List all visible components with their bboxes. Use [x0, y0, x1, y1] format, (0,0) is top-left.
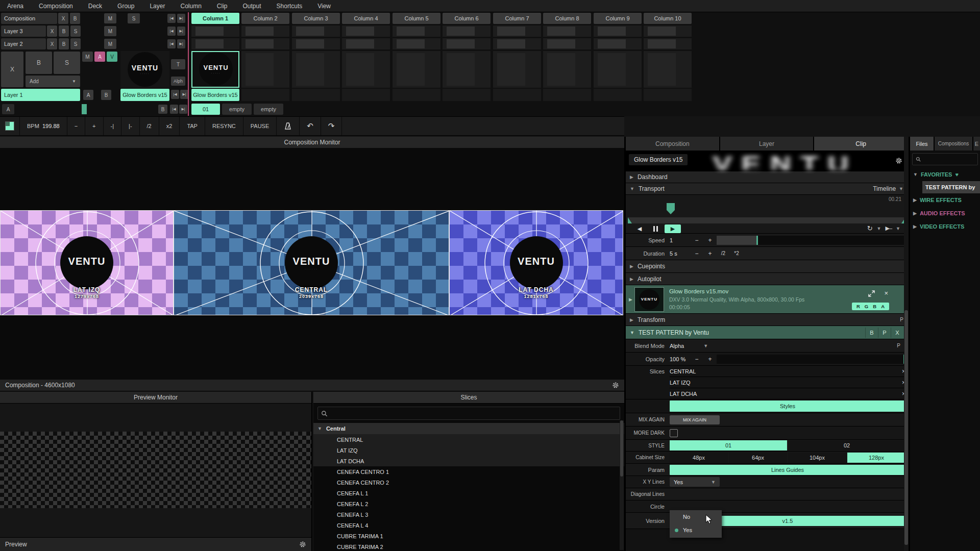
column-7-header[interactable]: Column 7: [493, 13, 541, 24]
play-backward-button[interactable]: ◀: [633, 225, 646, 233]
slice-item-lat-dcha[interactable]: LAT DCHA: [313, 456, 624, 466]
style-option-01[interactable]: 01: [670, 440, 787, 450]
slice-item[interactable]: CENEFA L 4: [313, 520, 624, 531]
tab-layer[interactable]: Layer: [720, 137, 814, 151]
opacity-value[interactable]: 100 %: [670, 356, 690, 362]
slice-group-central[interactable]: ▼ Central: [313, 423, 624, 434]
column-2-header[interactable]: Column 2: [241, 13, 289, 24]
clip-cell[interactable]: [241, 38, 289, 49]
menu-view[interactable]: View: [317, 3, 331, 10]
slice-item-central[interactable]: CENTRAL: [313, 434, 624, 445]
layer1-crossfader-a-button[interactable]: A: [83, 90, 93, 100]
layer1-blend-dropdown[interactable]: Add ▼: [26, 76, 80, 87]
pause-button[interactable]: PAUSE: [243, 117, 277, 135]
tab-files[interactable]: Files: [910, 137, 934, 151]
clip-cell[interactable]: [594, 38, 642, 49]
composition-prev-column-button[interactable]: |◀: [167, 14, 176, 23]
layer1-clear-button[interactable]: X: [1, 52, 23, 87]
layer3-prev-clip-button[interactable]: |◀: [167, 27, 176, 36]
effect-header-test-pattern[interactable]: ▼ TEST PATTERN by Ventu B P X: [626, 326, 908, 339]
clip-cell[interactable]: [292, 38, 340, 49]
menu-arena[interactable]: Arena: [7, 3, 23, 10]
slice-item[interactable]: CENEFA L 2: [313, 498, 624, 509]
column-3-header[interactable]: Column 3: [292, 13, 340, 24]
layer3-solo-button[interactable]: S: [70, 26, 81, 37]
slice-assignment-row[interactable]: LAT DCHA×: [670, 388, 905, 399]
section-transform[interactable]: ▶ Transform P: [626, 314, 908, 326]
slice-item-lat-izq[interactable]: LAT IZQ: [313, 445, 624, 456]
beat-nudge-back-button[interactable]: -|: [104, 117, 122, 135]
menu-group[interactable]: Group: [117, 3, 134, 10]
more-dark-checkbox[interactable]: [670, 429, 678, 437]
layer2-prev-clip-button[interactable]: |◀: [167, 39, 176, 48]
clip-label-cell[interactable]: [644, 89, 692, 101]
composition-speed-fader[interactable]: S: [128, 13, 140, 23]
menu-column[interactable]: Column: [180, 3, 201, 10]
browser-favorites[interactable]: ▼ FAVORITES ♥: [910, 168, 980, 181]
tab-clip[interactable]: Clip: [814, 137, 908, 151]
crossfader-position[interactable]: [82, 104, 87, 114]
bpm-half-button[interactable]: /2: [140, 117, 159, 135]
layer1-solo-button[interactable]: S: [54, 52, 80, 74]
layer3-next-clip-button[interactable]: ▶|: [177, 27, 185, 36]
composition-master-fader[interactable]: M: [104, 13, 116, 23]
menu-deck[interactable]: Deck: [88, 3, 102, 10]
browser-video-effects[interactable]: ▶ VIDEO EFFECTS: [910, 220, 980, 233]
composition-bypass-button[interactable]: B: [70, 13, 80, 24]
duration-value[interactable]: 5 s: [670, 251, 690, 257]
section-autopilot[interactable]: ▶ Autopilot: [626, 273, 908, 285]
transform-presets-button[interactable]: P: [900, 317, 903, 322]
transport-mode-dropdown[interactable]: Timeline ▼: [873, 185, 903, 192]
bpm-double-button[interactable]: x2: [159, 117, 180, 135]
browser-audio-effects[interactable]: ▶ AUDIO EFFECTS: [910, 207, 980, 220]
style-option-02[interactable]: 02: [788, 440, 905, 450]
favorite-test-pattern-item[interactable]: TEST PATTERN by: [922, 181, 980, 193]
loop-mode-icon[interactable]: ↻: [867, 224, 873, 232]
column-6-header[interactable]: Column 6: [443, 13, 491, 24]
channel-a[interactable]: A: [881, 304, 885, 309]
tap-button[interactable]: TAP: [180, 117, 205, 135]
clip-label-cell[interactable]: [342, 89, 390, 101]
opacity-minus-button[interactable]: −: [690, 356, 703, 363]
gear-icon[interactable]: [895, 157, 902, 164]
expand-icon[interactable]: [868, 290, 875, 297]
blend-mode-dropdown[interactable]: Alpha ▼: [670, 343, 708, 349]
layer2-solo-button[interactable]: S: [70, 38, 81, 49]
layer3-bypass-button[interactable]: B: [59, 26, 69, 37]
gear-icon[interactable]: [299, 541, 306, 548]
slice-assignment-row[interactable]: LAT IZQ×: [670, 377, 905, 388]
clip-label-cell[interactable]: [393, 89, 440, 101]
speed-minus-button[interactable]: −: [690, 237, 703, 244]
param-value-button[interactable]: Lines Guides: [670, 465, 905, 475]
timeline-track[interactable]: [628, 217, 905, 223]
clip-cell[interactable]: [443, 26, 491, 37]
chevron-down-icon[interactable]: ▼: [877, 226, 881, 231]
metronome-button[interactable]: [277, 117, 300, 135]
clip-cell[interactable]: [292, 26, 340, 37]
layer1-next-clip-button[interactable]: ▶|: [180, 90, 188, 99]
cabinet-64px[interactable]: 64px: [729, 453, 787, 463]
layer2-clear-button[interactable]: X: [47, 38, 57, 49]
clip-cell[interactable]: [342, 26, 390, 37]
clip-cell[interactable]: [393, 26, 440, 37]
duration-double-button[interactable]: *2: [730, 251, 743, 256]
clip-cell[interactable]: [594, 51, 642, 88]
clip-cell[interactable]: [493, 38, 541, 49]
clip-cell[interactable]: [594, 26, 642, 37]
deck-next-button[interactable]: ▶|: [179, 105, 187, 114]
channel-g[interactable]: G: [865, 304, 868, 309]
crossfader-b-bus[interactable]: B: [158, 105, 167, 114]
clip-cell[interactable]: [342, 38, 390, 49]
clip-1-thumbnail[interactable]: VENTU ·····: [191, 51, 239, 88]
panel-divider[interactable]: [909, 137, 910, 551]
slice-item[interactable]: CENEFA L 1: [313, 488, 624, 498]
effect-presets-button[interactable]: P: [878, 328, 891, 338]
close-icon[interactable]: ×: [884, 289, 888, 297]
layer1-active-clip-thumbnail[interactable]: VENTU ·····: [120, 51, 169, 88]
clip-label-cell[interactable]: [292, 89, 340, 101]
clip-cell[interactable]: [443, 38, 491, 49]
rgba-channels-toggle[interactable]: R G B A: [852, 303, 889, 310]
layer2-next-clip-button[interactable]: ▶|: [177, 39, 185, 48]
slice-item[interactable]: CENEFA L 3: [313, 509, 624, 520]
deck-tab-empty[interactable]: empty: [222, 104, 252, 115]
